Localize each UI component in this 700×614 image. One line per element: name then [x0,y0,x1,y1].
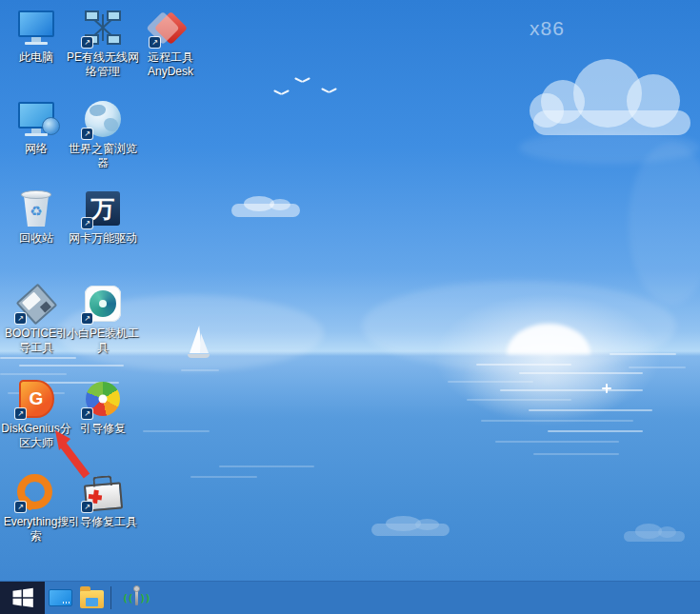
sparkle [601,383,612,394]
color-pinwheel-icon: ↗ [81,379,125,419]
taskbar: (()) [0,581,700,614]
wireless-antenna-icon: (()) [122,586,150,609]
network-tray-button[interactable]: (()) [117,582,155,614]
sail [190,326,202,353]
desktop-wallpaper: x86 此电脑 ↗ PE有线无线网络管理 ↗ 远程工具 AnyDesk [0,0,700,614]
shortcut-arrow-icon: ↗ [82,129,92,139]
taskbar-separator [110,586,111,609]
cloud-haze [519,131,700,164]
small-cloud [231,204,300,217]
desktop-icon-boot-repair-tool[interactable]: ↗ 引导修复工具 [67,472,139,529]
desktop-icon-boot-repair[interactable]: ↗ 引导修复 [67,379,139,436]
shortcut-arrow-icon: ↗ [82,218,92,228]
icon-label: PE有线无线网络管理 [67,50,139,79]
network-diagram-icon: ↗ [81,8,125,48]
recycle-bin-icon: ♻ [14,188,58,228]
icon-label: Everything搜索 [0,515,72,544]
desktop-icon-recycle-bin[interactable]: ♻ 回收站 [0,188,72,246]
distant-cloud [362,281,676,371]
windows-logo-icon [11,586,34,609]
bird-icon [321,87,337,95]
icon-label: 引导修复工具 [67,515,139,529]
annotation-arrow-icon [48,428,91,480]
bird-icon [273,89,290,97]
distant-cloud [629,143,700,305]
floppy-disk-icon: ↗ [14,284,58,324]
shortcut-arrow-icon: ↗ [82,313,92,324]
small-cloud [624,531,685,542]
icon-label: 世界之窗浏览器 [67,142,139,170]
small-cloud [371,524,450,536]
shortcut-arrow-icon: ↗ [15,408,26,419]
desktop-icon-bootice[interactable]: ↗ BOOTICE引导工具 [0,284,72,355]
globe-icon [42,117,60,135]
wan-driver-tile-icon: 万 ↗ [81,188,125,228]
start-button[interactable] [0,582,45,614]
desktop-icon-xiaobai-pe-installer[interactable]: ↗ 小白PE装机工具 [67,284,139,355]
icon-label: 远程工具 AnyDesk [134,50,207,79]
icon-label: 回收站 [0,231,72,246]
desktop-icon-everything-search[interactable]: ↗ Everything搜索 [0,472,72,544]
computer-monitor-icon [14,8,58,48]
shortcut-arrow-icon: ↗ [82,37,92,48]
desktop-icon-anydesk[interactable]: ↗ 远程工具 AnyDesk [134,8,207,79]
icon-label: 此电脑 [0,50,72,65]
teal-swirl-icon: ↗ [81,284,125,324]
sail [200,333,209,353]
desktop-icon-network[interactable]: 网络 [0,99,72,156]
desktop-monitor-icon [49,589,72,606]
icon-label: 小白PE装机工具 [67,327,139,355]
shortcut-arrow-icon: ↗ [82,408,92,419]
network-places-icon [14,99,58,139]
file-explorer-button[interactable] [76,582,108,614]
shortcut-arrow-icon: ↗ [82,502,92,512]
desktop-icon-universal-nic-driver[interactable]: 万 ↗ 网卡万能驱动 [67,188,139,246]
icon-label: BOOTICE引导工具 [0,327,72,355]
shortcut-arrow-icon: ↗ [150,37,160,48]
icon-label: 网卡万能驱动 [67,231,139,246]
shortcut-arrow-icon: ↗ [15,502,26,512]
diskgenius-logo-icon: G ↗ [14,379,58,419]
anydesk-red-diamond-icon: ↗ [149,8,192,48]
desktop-icon-pe-network-manager[interactable]: ↗ PE有线无线网络管理 [67,8,139,79]
recycle-symbol-icon: ♻ [30,203,42,220]
large-cloud [533,78,690,135]
shortcut-arrow-icon: ↗ [15,313,26,324]
desktop-icon-this-pc[interactable]: 此电脑 [0,8,72,65]
boat-hull [188,354,210,358]
desktop-icon-theworld-browser[interactable]: ↗ 世界之窗浏览器 [67,99,139,170]
show-desktop-button[interactable] [45,582,76,614]
os-architecture-label: x86 [530,17,565,40]
folder-icon [80,590,104,608]
sailboat [188,326,212,362]
bird-icon [294,76,310,85]
icon-label: 网络 [0,142,72,156]
globe-browser-icon: ↗ [81,99,125,139]
